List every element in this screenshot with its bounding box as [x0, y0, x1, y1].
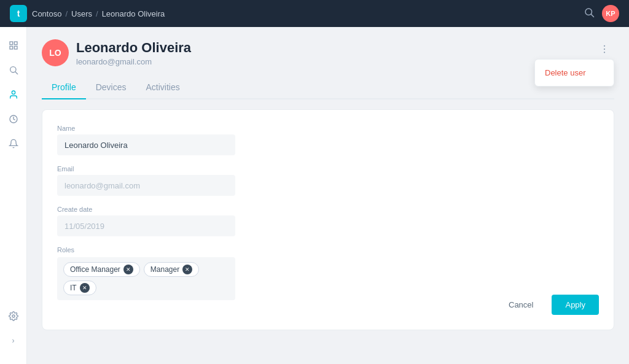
create-date-field: Create date 11/05/2019	[57, 206, 235, 236]
user-header-left: LO Leonardo Oliveira leonardo@gmail.com	[42, 39, 191, 66]
user-email: leonardo@gmail.com	[76, 57, 191, 66]
tab-devices[interactable]: Devices	[86, 76, 136, 99]
create-date-value: 11/05/2019	[57, 215, 235, 236]
more-dropdown-menu: Delete user	[534, 59, 614, 87]
more-menu-container: Delete user	[595, 39, 614, 59]
role-tag-label: IT	[70, 284, 77, 292]
svg-point-13	[604, 52, 605, 53]
tab-activities[interactable]: Activities	[136, 76, 189, 99]
card-footer: Cancel Apply	[496, 295, 599, 315]
role-tag-label: Office Manager	[70, 265, 120, 274]
email-value[interactable]: leonardo@gmail.com	[57, 175, 235, 196]
svg-point-8	[12, 91, 15, 94]
topbar: t Contoso / Users / Leonardo Oliveira KP	[0, 0, 629, 27]
user-avatar: LO	[42, 39, 69, 66]
breadcrumb-users[interactable]: Users	[71, 9, 92, 18]
svg-rect-2	[10, 42, 13, 45]
remove-it-button[interactable]: ✕	[80, 283, 90, 293]
user-avatar-initials: LO	[49, 48, 61, 58]
svg-rect-3	[14, 42, 17, 45]
svg-line-7	[15, 72, 18, 74]
role-tag-it: IT ✕	[63, 281, 96, 295]
content-area: LO Leonardo Oliveira leonardo@gmail.com …	[27, 27, 629, 364]
more-options-button[interactable]	[595, 39, 614, 59]
sidebar-item-settings[interactable]	[2, 305, 25, 327]
sidebar-item-clock[interactable]	[2, 108, 25, 130]
email-label: Email	[57, 165, 235, 172]
svg-point-10	[12, 315, 15, 317]
topbar-left: t Contoso / Users / Leonardo Oliveira	[10, 5, 165, 22]
breadcrumb: Contoso / Users / Leonardo Oliveira	[32, 9, 165, 18]
breadcrumb-sep2: /	[96, 9, 98, 18]
cancel-button[interactable]: Cancel	[496, 295, 545, 315]
sidebar-item-search[interactable]	[2, 59, 25, 81]
role-tag-label: Manager	[150, 265, 179, 274]
sidebar-top	[2, 34, 25, 155]
sidebar: ›	[0, 27, 27, 364]
roles-label: Roles	[57, 246, 235, 254]
topbar-avatar-initials: KP	[606, 10, 615, 17]
topbar-user-avatar[interactable]: KP	[602, 5, 619, 22]
roles-field: Roles Office Manager ✕ Manager ✕ IT ✕	[57, 246, 235, 300]
roles-container: Office Manager ✕ Manager ✕ IT ✕	[57, 257, 235, 300]
svg-point-12	[604, 48, 605, 50]
apply-button[interactable]: Apply	[552, 295, 599, 315]
svg-rect-5	[14, 46, 17, 49]
name-field: Name Leonardo Oliveira	[57, 125, 235, 155]
breadcrumb-sep1: /	[65, 9, 68, 18]
remove-manager-button[interactable]: ✕	[182, 265, 192, 274]
svg-line-1	[591, 14, 593, 17]
email-field: Email leonardo@gmail.com	[57, 165, 235, 196]
profile-tabs: Profile Devices Activities	[42, 76, 614, 99]
name-value[interactable]: Leonardo Oliveira	[57, 134, 235, 155]
sidebar-item-grid[interactable]	[2, 34, 25, 56]
sidebar-item-users[interactable]	[2, 83, 25, 106]
svg-rect-4	[10, 46, 13, 49]
create-date-label: Create date	[57, 206, 235, 213]
role-tag-manager: Manager ✕	[144, 262, 199, 277]
breadcrumb-root[interactable]: Contoso	[32, 9, 61, 18]
role-tag-office-manager: Office Manager ✕	[63, 262, 140, 277]
delete-user-item[interactable]: Delete user	[535, 62, 614, 83]
svg-point-11	[604, 45, 605, 47]
user-name: Leonardo Oliveira	[76, 40, 191, 56]
topbar-right: KP	[584, 5, 619, 22]
topbar-search-icon[interactable]	[584, 7, 595, 20]
profile-card: Name Leonardo Oliveira Email leonardo@gm…	[42, 109, 614, 330]
name-label: Name	[57, 125, 235, 132]
sidebar-bottom: ›	[2, 305, 25, 357]
remove-office-manager-button[interactable]: ✕	[123, 265, 133, 274]
user-header: LO Leonardo Oliveira leonardo@gmail.com …	[42, 39, 614, 66]
user-info: Leonardo Oliveira leonardo@gmail.com	[76, 40, 191, 66]
sidebar-expand-button[interactable]: ›	[2, 330, 25, 352]
tab-profile[interactable]: Profile	[42, 76, 86, 99]
logo-text: t	[17, 9, 20, 18]
breadcrumb-current: Leonardo Oliveira	[102, 9, 165, 18]
main-layout: › LO Leonardo Oliveira leonardo@gmail.co…	[0, 27, 629, 364]
sidebar-item-bell[interactable]	[2, 133, 25, 155]
app-logo[interactable]: t	[10, 5, 27, 22]
